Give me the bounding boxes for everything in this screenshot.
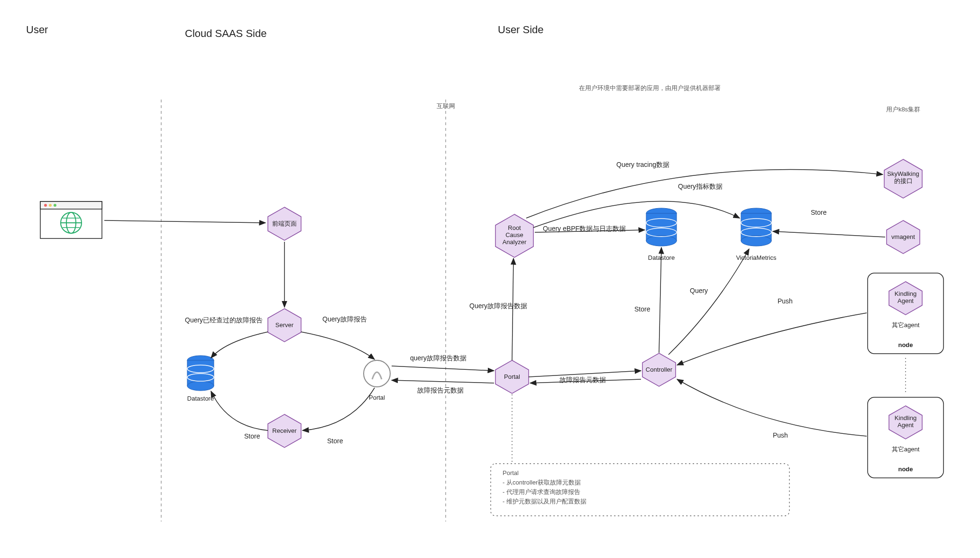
edge-saasportal-userportal-1 <box>392 366 494 371</box>
svg-point-3 <box>49 204 52 207</box>
user-portal-label: Portal <box>504 373 520 380</box>
edge-portal-rca-label: Query故障报告数据 <box>469 302 527 310</box>
edge-server-datastore-label: Query已经查过的故障报告 <box>185 316 263 324</box>
server-node: Server <box>268 309 301 342</box>
saas-datastore-node: Datastore <box>187 356 214 402</box>
receiver-label: Receiver <box>272 427 297 434</box>
edge-rca-skywalking-label: Query tracing数据 <box>616 161 669 168</box>
user-portal-node: Portal <box>495 360 529 393</box>
edge-receiver-datastore <box>211 391 268 430</box>
controller-node: Controller <box>642 353 676 386</box>
frontend-label: 前端页面 <box>272 220 297 227</box>
rca-label-1: Root <box>508 224 521 231</box>
node-box-2: Kindling Agent 其它agent node <box>868 397 943 478</box>
edge-cross-query-label: query故障报告数据 <box>410 354 467 362</box>
annotation-user-env: 在用户环境中需要部署的应用，由用户提供机器部署 <box>579 84 721 91</box>
annotation-k8s: 用户k8s集群 <box>886 106 920 113</box>
rca-node: Root Cause Analyzer <box>495 214 533 257</box>
browser-node <box>40 201 102 238</box>
svg-point-23 <box>646 236 677 246</box>
svg-point-13 <box>187 381 214 391</box>
edge-rca-datastore-label: Query eBPF数据与日志数据 <box>543 225 626 232</box>
note-line3: - 维护元数据以及用户配置数据 <box>503 498 586 505</box>
edge-receiver-datastore-label: Store <box>244 432 260 440</box>
saas-portal-label: Portal <box>369 394 385 401</box>
edge-browser-frontend <box>104 220 266 223</box>
section-user: User <box>26 24 48 36</box>
node1-label: node <box>898 341 913 348</box>
edge-rca-victoria <box>533 201 740 228</box>
svg-point-28 <box>741 236 771 246</box>
edge-portal-receiver-label: Store <box>327 437 343 445</box>
kindling2-label-2: Agent <box>898 421 914 429</box>
edge-controller-victoria-label: Query <box>690 287 708 294</box>
rca-label-3: Analyzer <box>503 238 527 246</box>
vmagent-node: vmagent <box>887 220 920 254</box>
receiver-node: Receiver <box>268 414 301 448</box>
node2-label: node <box>898 466 913 473</box>
edge-controller-victoria <box>669 249 749 355</box>
divider-internet-label: 互联网 <box>437 102 455 110</box>
note-line2: - 代理用户请求查询故障报告 <box>503 488 580 495</box>
kindling2-sub: 其它agent <box>892 446 920 453</box>
svg-point-4 <box>54 204 56 207</box>
kindling1-label-1: Kindling <box>895 290 916 297</box>
svg-point-17 <box>364 360 390 387</box>
edge-rca-skywalking <box>526 170 883 218</box>
skywalking-label-1: SkyWalking <box>887 170 919 177</box>
section-user-side: User Side <box>498 24 544 36</box>
edge-vmagent-victoria-label: Store <box>811 209 827 216</box>
node-box-1: Kindling Agent 其它agent node <box>868 273 943 354</box>
edge-node2-controller-label: Push <box>773 431 788 439</box>
section-saas: Cloud SAAS Side <box>185 27 266 39</box>
controller-label: Controller <box>646 366 673 373</box>
kindling2-label-1: Kindling <box>895 414 916 421</box>
edge-controller-datastoreup <box>659 247 661 353</box>
svg-point-2 <box>44 204 47 207</box>
edge-node1-controller <box>677 313 867 365</box>
edge-node1-controller-label: Push <box>778 297 793 305</box>
architecture-diagram: User Cloud SAAS Side User Side 互联网 在用户环境… <box>0 0 980 558</box>
edge-report-meta-label: 故障报告元数据 <box>559 376 606 384</box>
edge-server-portal-label: Query故障报告 <box>322 315 367 323</box>
edge-server-portal <box>301 332 375 359</box>
note-title: Portal <box>503 469 519 476</box>
note-line1: - 从controller获取故障元数据 <box>503 479 581 486</box>
edge-rca-victoria-label: Query指标数据 <box>678 183 723 190</box>
edge-server-datastore <box>211 332 268 358</box>
edge-vmagent-victoria <box>773 231 885 237</box>
kindling1-label-2: Agent <box>898 297 914 304</box>
edge-userportal-saasportal <box>392 380 494 383</box>
rca-label-2: Cause <box>505 231 523 238</box>
edge-node2-controller <box>677 379 867 436</box>
skywalking-node: SkyWalking 的接口 <box>884 159 922 198</box>
edge-controller-datastore-label: Store <box>634 305 650 313</box>
victoria-label: VictoriaMetrics <box>736 254 777 261</box>
edge-portal-receiver <box>302 388 375 430</box>
vmagent-label: vmagent <box>891 233 915 240</box>
kindling1-sub: 其它agent <box>892 321 920 329</box>
victoria-node: VictoriaMetrics <box>736 208 777 261</box>
saas-portal-node: Portal <box>364 360 390 401</box>
frontend-node: 前端页面 <box>268 207 301 240</box>
skywalking-label-2: 的接口 <box>894 177 913 184</box>
edge-cross-meta-label: 故障报告元数据 <box>417 386 464 394</box>
server-label: Server <box>275 321 294 329</box>
saas-datastore-label: Datastore <box>187 395 214 402</box>
